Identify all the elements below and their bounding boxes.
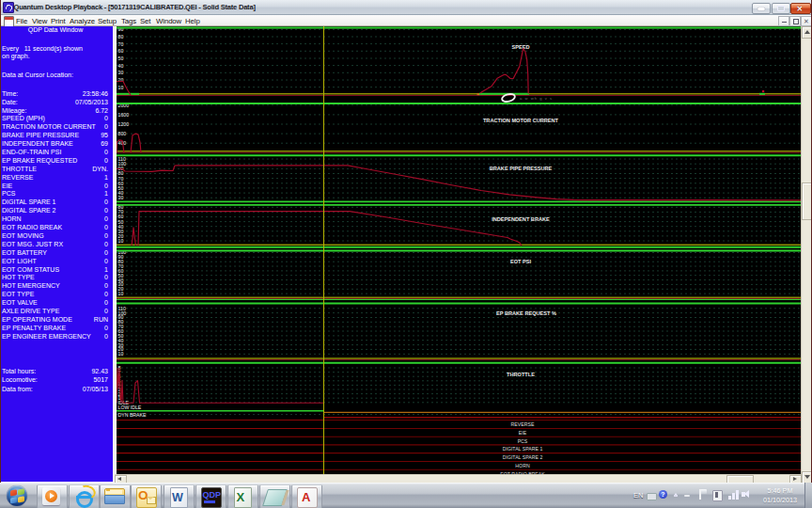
svg-text:10: 10	[118, 238, 124, 244]
svg-text:PCS: PCS	[518, 438, 528, 444]
svg-text:1600: 1600	[118, 112, 130, 118]
svg-text:REVERSE: REVERSE	[511, 421, 535, 427]
svg-text:INDEPENDENT BRAKE: INDEPENDENT BRAKE	[492, 216, 550, 222]
svg-text:EOT PSI: EOT PSI	[510, 259, 532, 264]
svg-text:60: 60	[118, 48, 124, 54]
svg-text:50: 50	[118, 56, 124, 61]
svg-text:800: 800	[118, 131, 127, 136]
svg-text:30: 30	[118, 195, 124, 200]
svg-text:30: 30	[118, 70, 124, 75]
svg-text:EP BRAKE REQUEST %: EP BRAKE REQUEST %	[496, 310, 556, 316]
svg-text:1200: 1200	[118, 121, 130, 127]
svg-text:40: 40	[118, 63, 124, 69]
svg-text:DYN BRAKE: DYN BRAKE	[118, 412, 148, 418]
svg-text:LOW IDLE: LOW IDLE	[118, 405, 142, 410]
svg-text:BRAKE PIPE PRESSURE: BRAKE PIPE PRESSURE	[490, 166, 553, 171]
svg-text:10: 10	[118, 291, 124, 296]
svg-text:10: 10	[118, 85, 124, 90]
svg-text:DIGITAL SPARE 2: DIGITAL SPARE 2	[503, 454, 543, 460]
svg-text:70: 70	[118, 41, 124, 47]
svg-text:THROTTLE: THROTTLE	[507, 372, 535, 377]
svg-text:a w wh g v s: a w wh g v s	[520, 96, 553, 101]
svg-text:80: 80	[118, 34, 124, 40]
svg-text:10: 10	[118, 351, 124, 357]
svg-text:SPEED: SPEED	[512, 44, 530, 50]
svg-text:HORN: HORN	[515, 463, 530, 468]
svg-text:EIE: EIE	[519, 430, 527, 436]
svg-text:DIGITAL SPARE 1: DIGITAL SPARE 1	[503, 446, 543, 452]
svg-text:TRACTION MOTOR CURRENT: TRACTION MOTOR CURRENT	[483, 118, 559, 123]
